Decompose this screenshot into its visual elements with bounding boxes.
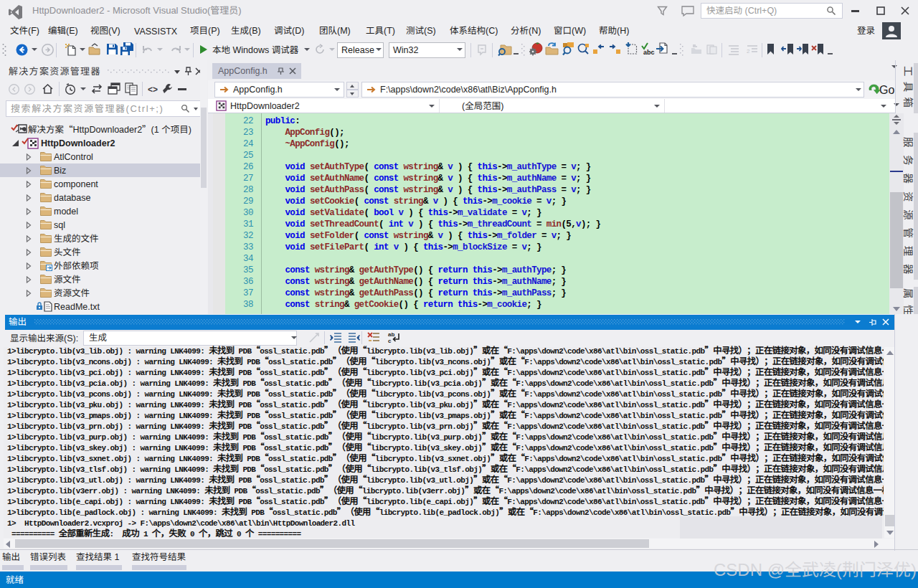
svg-text:c: c — [388, 338, 392, 344]
svg-text:ab: ab — [388, 331, 394, 338]
svg-text:abc: abc — [643, 49, 655, 56]
svg-text:2: 2 — [747, 48, 750, 54]
